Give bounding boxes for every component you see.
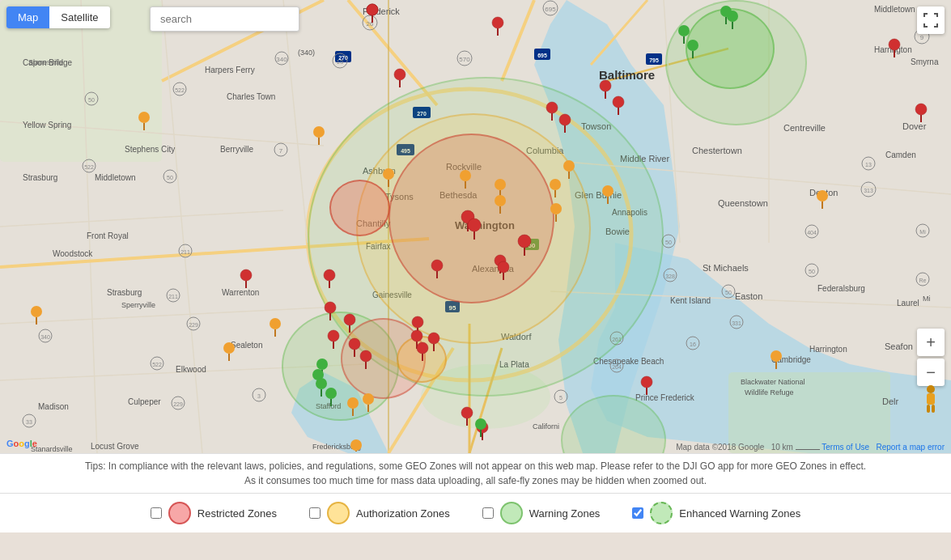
svg-text:Federalsburg: Federalsburg: [817, 284, 865, 293]
info-bar: Tips: In compliance with the relevant la…: [0, 453, 951, 493]
svg-text:261: 261: [612, 337, 622, 342]
svg-text:26: 26: [367, 20, 374, 28]
svg-text:Gainesville: Gainesville: [372, 291, 412, 299]
svg-rect-285: [927, 393, 935, 405]
legend-item-restricted: Restricted Zones: [151, 502, 277, 524]
svg-text:Mi: Mi: [919, 229, 926, 235]
fullscreen-button[interactable]: [917, 6, 945, 34]
svg-text:570: 570: [459, 56, 470, 63]
svg-text:Sealeton: Sealeton: [231, 341, 262, 350]
svg-text:Harrington: Harrington: [809, 345, 847, 354]
svg-text:(340): (340): [298, 49, 315, 57]
svg-text:50: 50: [665, 240, 672, 245]
svg-text:50: 50: [88, 97, 95, 103]
svg-text:Delr: Delr: [882, 397, 899, 406]
svg-text:St Michaels: St Michaels: [703, 263, 749, 273]
svg-text:Sperryville: Sperryville: [121, 301, 155, 309]
svg-text:211: 211: [168, 294, 178, 299]
svg-text:Bowie: Bowie: [605, 227, 630, 236]
zoom-in-button[interactable]: +: [917, 329, 945, 356]
svg-rect-287: [932, 405, 935, 413]
svg-text:Queenstown: Queenstown: [718, 198, 768, 208]
svg-text:795: 795: [649, 57, 659, 63]
zoom-out-button[interactable]: −: [917, 358, 945, 386]
svg-text:50: 50: [809, 269, 815, 274]
enhanced-checkbox[interactable]: [632, 507, 643, 519]
satellite-btn[interactable]: Satellite: [49, 6, 109, 28]
svg-text:Waldorf: Waldorf: [501, 332, 532, 342]
svg-text:7: 7: [279, 147, 283, 155]
svg-text:Washington: Washington: [455, 219, 515, 231]
svg-text:229: 229: [189, 322, 198, 328]
svg-text:Middletown: Middletown: [874, 5, 915, 14]
svg-text:Seafon: Seafon: [885, 342, 913, 351]
svg-text:Charles Town: Charles Town: [227, 92, 275, 101]
authorization-checkbox[interactable]: [309, 507, 321, 519]
svg-text:Yellow Spring: Yellow Spring: [23, 121, 71, 129]
svg-text:Middle River: Middle River: [620, 154, 669, 163]
svg-text:Blackwater National: Blackwater National: [741, 378, 805, 386]
svg-text:Columbia: Columbia: [526, 146, 564, 155]
svg-text:Chesapeake Beach: Chesapeake Beach: [593, 357, 664, 366]
svg-text:264: 264: [612, 364, 622, 370]
svg-text:Stafford: Stafford: [316, 402, 341, 410]
svg-text:Mi: Mi: [923, 295, 931, 303]
map-type-toggle: Map Satellite: [6, 6, 110, 28]
pegman[interactable]: [917, 385, 945, 413]
svg-text:Centreville: Centreville: [783, 123, 826, 133]
authorization-swatch: [327, 502, 350, 524]
restricted-label: Restricted Zones: [197, 507, 277, 520]
svg-text:Harrington: Harrington: [874, 45, 912, 54]
svg-text:695: 695: [537, 53, 547, 58]
svg-text:211: 211: [180, 249, 190, 255]
svg-text:Elkwood: Elkwood: [176, 365, 206, 374]
warning-swatch: [500, 502, 523, 524]
svg-text:Wildlife Refuge: Wildlife Refuge: [745, 388, 794, 397]
svg-text:50: 50: [725, 290, 732, 295]
svg-text:33: 33: [26, 419, 32, 425]
svg-text:Laurel: Laurel: [897, 299, 919, 308]
svg-text:Warrenton: Warrenton: [222, 288, 259, 297]
svg-text:Alexandria: Alexandria: [472, 264, 515, 274]
enhanced-swatch: [650, 502, 673, 524]
map-background: 95 495 270 50 270 695 795 Baltimore Wash…: [0, 0, 951, 453]
svg-text:340: 340: [40, 334, 50, 340]
search-input[interactable]: [150, 6, 299, 32]
legend-item-enhanced: Enhanced Warning Zones: [632, 502, 800, 524]
svg-text:229: 229: [173, 401, 183, 407]
svg-text:Berryville: Berryville: [220, 145, 254, 154]
svg-text:Stephens City: Stephens City: [125, 145, 175, 154]
svg-text:Locust Grove: Locust Grove: [91, 442, 139, 451]
svg-text:Glen Burnie: Glen Burnie: [575, 190, 622, 200]
svg-text:522: 522: [152, 362, 162, 367]
svg-text:15: 15: [337, 58, 344, 66]
google-logo: Google: [6, 439, 37, 448]
map-btn[interactable]: Map: [6, 6, 49, 28]
svg-text:Woodstock: Woodstock: [53, 249, 93, 258]
restricted-swatch: [168, 502, 191, 524]
svg-text:Front Royal: Front Royal: [87, 231, 129, 240]
warning-checkbox[interactable]: [482, 507, 494, 519]
svg-text:Chantilly: Chantilly: [356, 218, 391, 228]
svg-text:Dover: Dover: [902, 121, 927, 131]
svg-text:Californi: Californi: [533, 422, 559, 431]
restricted-checkbox[interactable]: [151, 507, 162, 519]
svg-text:50: 50: [167, 175, 173, 180]
svg-text:5: 5: [559, 395, 563, 401]
authorization-label: Authorization Zones: [356, 507, 450, 520]
svg-text:331: 331: [732, 320, 741, 326]
svg-text:Slanesville: Slanesville: [28, 58, 63, 66]
zoom-controls: + −: [917, 329, 945, 388]
svg-text:Kent Island: Kent Island: [670, 296, 711, 305]
svg-text:Fredericksburg: Fredericksburg: [312, 443, 361, 451]
svg-text:50: 50: [529, 242, 536, 249]
svg-text:Smyrna: Smyrna: [911, 57, 939, 66]
svg-point-284: [927, 385, 935, 393]
svg-text:270: 270: [417, 111, 427, 117]
svg-rect-286: [927, 405, 930, 413]
svg-text:Culpeper: Culpeper: [128, 397, 161, 406]
svg-text:Fairfax: Fairfax: [366, 242, 391, 251]
svg-text:Harpers Ferry: Harpers Ferry: [205, 66, 255, 74]
svg-text:Denton: Denton: [809, 188, 838, 197]
svg-text:Prince Frederick: Prince Frederick: [635, 393, 695, 402]
